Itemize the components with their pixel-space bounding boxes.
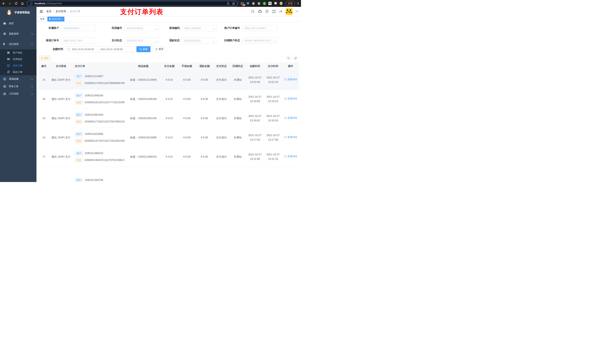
refund-status-select[interactable] [182, 38, 216, 43]
chevron-down-icon [31, 32, 33, 35]
merchant-order-no-input[interactable] [242, 25, 277, 31]
sidebar-item-pay-order[interactable]: ¥ 支付订单 [0, 62, 36, 69]
cell-amount: ¥ 0.01 [161, 128, 178, 147]
sidebar-item-refund-order[interactable]: 退款订单 [0, 69, 36, 75]
extension-icon-1[interactable]: 10 [240, 2, 244, 5]
notify-status-select[interactable] [242, 38, 277, 43]
cell-channel: 微信 JSAPI 支付 [49, 90, 73, 109]
breadcrumb-pay[interactable]: 支付管理 [55, 10, 66, 13]
monitor-icon [3, 77, 6, 81]
sidebar-item-pay[interactable]: ¥ 支付管理 [0, 39, 36, 49]
home-icon[interactable] [21, 2, 24, 5]
yen-circle-icon: ¥ [7, 64, 10, 67]
channel-order-no-input[interactable] [61, 38, 96, 43]
breadcrumb-home[interactable]: 首页 [46, 10, 52, 13]
sidebar-item-label: 应用信息 [13, 58, 22, 61]
column-header: 商品标题 [126, 62, 161, 70]
merchant-tag: 商户 [75, 132, 83, 136]
cell-action: 查看详情 [282, 128, 299, 147]
toggle-search-button[interactable] [286, 55, 291, 61]
cell-id: 18 [38, 128, 49, 147]
cell-amount: ¥ 0.01 [161, 70, 178, 90]
caret-down-icon[interactable] [296, 11, 298, 12]
view-detail-link[interactable]: 查看详情 [284, 116, 297, 120]
date-range-picker[interactable]: 2021-10-01 00:00:00 - 2021-10-31 23:59:5… [65, 46, 134, 52]
share-icon[interactable] [226, 2, 230, 5]
sidebar-item-merchant-info[interactable]: 商户信息 [0, 49, 36, 56]
question-icon[interactable] [265, 10, 269, 13]
forward-icon[interactable] [8, 2, 11, 5]
info-icon[interactable] [30, 2, 33, 5]
grid-icon [7, 58, 10, 61]
avatar[interactable] [286, 8, 293, 15]
channel-pay-no: 4200001194202110276752100612 [85, 158, 125, 162]
cell-pay-status: 支付成功 [213, 147, 230, 166]
kebab-menu-icon[interactable]: ••• [297, 2, 299, 5]
column-header: 回调状态 [230, 62, 246, 70]
page-content: 所属商户 应用编号 渠道编码 商户订单编号 [36, 22, 301, 182]
back-icon[interactable] [2, 2, 5, 5]
address-bar[interactable]: localhost:1024/pay/order [27, 1, 238, 6]
filter-channel-order-no: 渠道订单号 [38, 38, 96, 43]
sidebar-item-label: 支付订单 [13, 64, 22, 67]
sidebar-item-infra[interactable]: 基础设施 [0, 75, 36, 83]
browser-update-button[interactable]: 更新 [285, 1, 295, 6]
app-id-select[interactable] [124, 25, 159, 31]
table-row[interactable]: 21 微信 JSAPI 支付 商户1635312124657 支付4200001… [38, 70, 299, 90]
export-button[interactable]: 导出 [39, 55, 51, 61]
hamburger-icon[interactable] [39, 10, 43, 13]
tag-pay-order[interactable]: 支付订单 × [47, 17, 64, 21]
cell-pay-time [264, 166, 282, 182]
close-icon[interactable]: × [61, 18, 63, 20]
puzzle-icon[interactable] [274, 2, 277, 5]
extension-icon-4[interactable] [257, 2, 261, 5]
tag-home[interactable]: 首页 [39, 17, 46, 21]
sidebar-item-system[interactable]: 系统管理 [0, 29, 36, 39]
view-detail-link[interactable]: 查看详情 [284, 77, 297, 82]
pay-order-table: 编号支付渠道支付订单商品标题支付金额手续金额退款金额支付状态回调状态创建时间支付… [38, 62, 299, 182]
cell-action: 查看详情 [282, 109, 299, 128]
view-detail-link[interactable]: 查看详情 [284, 97, 297, 101]
view-detail-link[interactable]: 查看详情 [284, 155, 297, 158]
reset-button[interactable]: 重置 [152, 46, 166, 52]
table-row[interactable]: 17 微信 JSAPI 支付 商户1635311468233 支付4200001… [38, 147, 299, 166]
extension-icon-6[interactable] [268, 2, 272, 5]
cell-title: 标题：1635311468233 [126, 147, 161, 166]
cell-order: 商户1635311881440 支付4200001173202110272847… [73, 109, 126, 128]
cell-notify-status: 未通知 [230, 70, 246, 90]
font-size-icon[interactable]: TT [279, 10, 282, 13]
table-row[interactable]: 19 微信 JSAPI 支付 商户1635311881440 支付4200001… [38, 109, 299, 128]
search-button[interactable]: 搜索 [136, 46, 150, 52]
cell-refund: ¥ 0.00 [196, 70, 213, 90]
fullscreen-icon[interactable] [272, 10, 276, 13]
sidebar-item-workflow[interactable]: 工作流程 [0, 90, 36, 97]
column-header: 手续金额 [178, 62, 196, 70]
view-detail-link[interactable]: 查看详情 [284, 135, 297, 139]
github-icon[interactable] [258, 10, 262, 13]
briefcase-icon [3, 92, 6, 95]
refresh-button[interactable] [293, 55, 298, 61]
sidebar-item-home[interactable]: 首页 [0, 18, 36, 29]
column-header: 支付渠道 [49, 62, 73, 70]
table-row[interactable]: 18 微信 JSAPI 支付 商户1635311823086 支付4200001… [38, 128, 299, 147]
column-header: 退款金额 [196, 62, 213, 70]
extension-icon-2[interactable] [246, 2, 249, 5]
star-icon[interactable] [232, 2, 235, 5]
channel-code-select[interactable] [182, 25, 216, 31]
extensions-area: 10 ⌘ y [240, 2, 283, 5]
merchant-input[interactable] [61, 25, 96, 31]
extension-icon-5[interactable]: y [263, 2, 266, 5]
sidebar-item-app-info[interactable]: 应用信息 [0, 56, 36, 62]
search-icon[interactable] [251, 10, 255, 13]
profile-avatar-icon[interactable] [279, 2, 283, 5]
table-row[interactable]: 商户1635311354796 支付 [38, 166, 299, 182]
extension-icon-3[interactable]: ⌘ [252, 2, 255, 5]
sidebar-item-dev-tools[interactable]: 研发工具 [0, 83, 36, 90]
pay-status-select[interactable] [124, 38, 159, 43]
app-logo[interactable]: 芋道管理系统 [0, 7, 36, 18]
cell-create-time: 2021-10-27 13:11:08 [246, 147, 264, 166]
table-row[interactable]: 20 微信 JSAPI 支付 商户1635311949168 支付4200001… [38, 90, 299, 109]
reload-icon[interactable] [14, 2, 18, 5]
cell-refund: ¥ 0.00 [196, 109, 213, 128]
channel-pay-no: 4200001167202110271022491439 [85, 139, 125, 143]
